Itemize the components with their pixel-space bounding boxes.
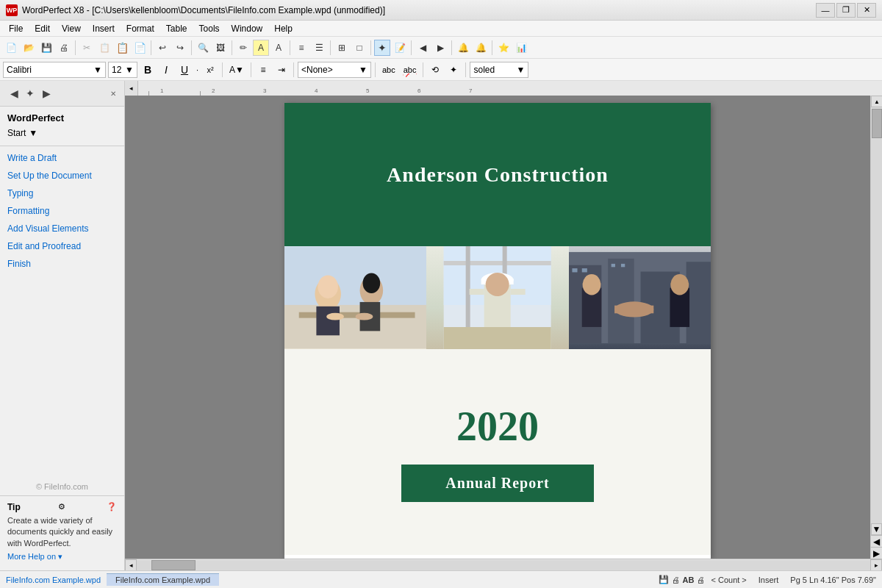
print-button[interactable]: 🖨	[56, 40, 72, 56]
align-left-btn[interactable]: ≡	[255, 62, 271, 78]
sidebar-link-format[interactable]: Formatting	[0, 202, 124, 220]
menu-tools[interactable]: Tools	[193, 22, 226, 35]
highlight-button[interactable]: A	[253, 40, 269, 56]
style-selector[interactable]: soled ▼	[470, 62, 528, 78]
sidebar-link-visual[interactable]: Add Visual Elements	[0, 220, 124, 237]
style-none-box[interactable]: <None> ▼	[298, 62, 371, 78]
menu-format[interactable]: Format	[121, 22, 160, 35]
proofreader-btn[interactable]: ⟲	[427, 62, 443, 78]
fwd-arrow[interactable]: ▶	[432, 40, 448, 56]
grammar-button[interactable]: ✦	[374, 40, 390, 56]
menu-table[interactable]: Table	[160, 22, 193, 35]
tip-help-icon[interactable]: ❓	[107, 502, 117, 512]
list1-button[interactable]: ≡	[293, 40, 309, 56]
paste2-button[interactable]: 📄	[132, 40, 148, 56]
status-save-icon[interactable]: 💾	[659, 575, 669, 584]
open-button[interactable]: 📂	[21, 40, 37, 56]
macro-button[interactable]: 🔔	[455, 40, 471, 56]
scroll-prev-page[interactable]: ◀	[871, 535, 882, 547]
scroll-up-btn[interactable]: ▲	[871, 96, 882, 107]
superscript-button[interactable]: x²	[202, 62, 218, 78]
italic-button[interactable]: I	[158, 62, 174, 78]
menu-insert[interactable]: Insert	[87, 22, 121, 35]
svg-rect-20	[470, 289, 484, 295]
new-button[interactable]: 📄	[3, 40, 19, 56]
svg-point-33	[582, 274, 600, 295]
menu-help[interactable]: Help	[268, 22, 298, 35]
more-help-link[interactable]: More Help on ▾	[7, 549, 117, 564]
status-abc-icon[interactable]: AB	[683, 576, 695, 584]
sidebar-link-write[interactable]: Write a Draft	[0, 149, 124, 167]
menu-window[interactable]: Window	[226, 22, 269, 35]
font-color-btn[interactable]: A▼	[226, 62, 247, 78]
extra-button[interactable]: 📊	[513, 40, 529, 56]
font-selector[interactable]: Calibri ▼	[3, 62, 106, 78]
grammar-btn2[interactable]: ✦	[445, 62, 462, 78]
font-size-selector[interactable]: 12 ▼	[108, 62, 137, 78]
underline-button[interactable]: U	[176, 62, 193, 78]
scene2-img	[426, 246, 568, 349]
horizontal-scrollbar[interactable]: ◂ ▸	[125, 559, 882, 570]
spell2-btn[interactable]: abc	[401, 62, 420, 78]
status-count[interactable]: < Count >	[711, 576, 746, 584]
sidebar-link-edit[interactable]: Edit and Proofread	[0, 237, 124, 255]
document-area: ◂ 1 2 3 4 5 6 7 Ander	[125, 81, 882, 570]
sidebar-fwd-btn[interactable]: ▶	[38, 85, 54, 101]
pen-button[interactable]: ✏	[235, 40, 251, 56]
minimize-button[interactable]: —	[816, 3, 835, 18]
bold-button[interactable]: B	[140, 62, 156, 78]
sidebar-home-btn[interactable]: ✦	[22, 85, 38, 101]
hscroll-track[interactable]	[137, 560, 870, 570]
sidebar-title: WordPerfect	[0, 107, 124, 126]
status-print-icon[interactable]: 🖨	[672, 576, 680, 584]
undo-button[interactable]: ↩	[154, 40, 171, 56]
svg-rect-25	[608, 259, 634, 343]
image-button[interactable]: 🖼	[212, 40, 229, 56]
close-button[interactable]: ✕	[857, 3, 876, 18]
tip-gear-icon[interactable]: ⚙	[58, 502, 65, 512]
scroll-track[interactable]	[871, 107, 882, 523]
status-filename-link[interactable]: FileInfo.com Example.wpd	[6, 576, 101, 584]
scroll-down-btn[interactable]: ▼	[871, 523, 882, 535]
border-button[interactable]: □	[351, 40, 368, 56]
spell1-btn[interactable]: abc	[379, 62, 398, 78]
sidebar-link-typing[interactable]: Typing	[0, 184, 124, 202]
canvas-inner[interactable]: Anderson Construction	[125, 96, 870, 559]
restore-button[interactable]: ❐	[836, 3, 856, 18]
sidebar-back-btn[interactable]: ◀	[6, 85, 22, 101]
indent-btn[interactable]: ⇥	[273, 62, 290, 78]
hscroll-left-btn[interactable]: ◂	[125, 559, 137, 571]
back-arrow[interactable]: ◀	[415, 40, 431, 56]
save-button[interactable]: 💾	[38, 40, 54, 56]
sidebar-dropdown-area[interactable]: Start ▼	[0, 126, 124, 143]
textcolor-button[interactable]: A	[270, 40, 287, 56]
ruler-left-btn[interactable]: ◂	[125, 81, 138, 96]
paste-button[interactable]: 📋	[114, 40, 130, 56]
svg-rect-31	[621, 264, 625, 267]
svg-rect-4	[316, 306, 340, 335]
status-tab[interactable]: FileInfo.com Example.wpd	[107, 573, 219, 586]
search-button[interactable]: 🔍	[195, 40, 211, 56]
list2-button[interactable]: ☰	[311, 40, 327, 56]
star-button[interactable]: ⭐	[495, 40, 512, 56]
status-printer2-icon[interactable]: 🖨	[697, 576, 705, 584]
hscroll-right-btn[interactable]: ▸	[870, 559, 882, 571]
scroll-thumb[interactable]	[872, 109, 882, 138]
sidebar-close-btn[interactable]: ✕	[108, 88, 118, 98]
menu-view[interactable]: View	[56, 22, 87, 35]
sidebar-link-setup[interactable]: Set Up the Document	[0, 167, 124, 184]
cut-button[interactable]: ✂	[79, 40, 95, 56]
sidebar-tip: Tip ⚙ ❓ Create a wide variety of documen…	[0, 495, 124, 570]
spell-button[interactable]: 📝	[392, 40, 408, 56]
macro2-button[interactable]: 🔔	[473, 40, 489, 56]
sidebar-link-finish[interactable]: Finish	[0, 255, 124, 273]
photo1	[284, 246, 426, 349]
menu-file[interactable]: File	[3, 22, 29, 35]
copy-button[interactable]: 📋	[96, 40, 112, 56]
menu-edit[interactable]: Edit	[29, 22, 56, 35]
hscroll-thumb[interactable]	[151, 560, 196, 570]
redo-button[interactable]: ↪	[172, 40, 188, 56]
vertical-scrollbar[interactable]: ▲ ▼ ◀ ▶	[870, 96, 882, 559]
table-button[interactable]: ⊞	[334, 40, 350, 56]
scroll-next-page[interactable]: ▶	[871, 547, 882, 559]
